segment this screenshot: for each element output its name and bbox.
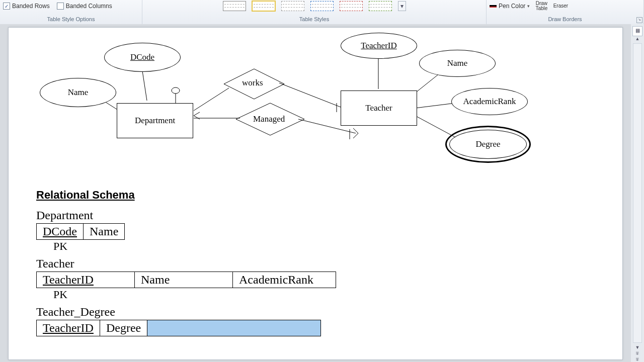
svg-line-15 [415,73,440,93]
group-label: Table Style Options [3,16,139,23]
scroll-up-button[interactable]: ▲ [635,36,640,41]
attr-name: Name [40,78,116,107]
col-academicrank[interactable]: AcademicRank [233,272,336,288]
svg-line-9 [353,128,358,133]
ribbon-group-styles: ▾ Table Styles [142,0,487,24]
page-up-button[interactable]: ∓ [635,351,639,356]
document-page: DCode Name TeacherID Name AcademicRank D… [8,27,623,360]
checkbox-label: Banded Columns [66,3,112,10]
col-name[interactable]: Name [135,272,233,288]
right-sidebar: ▦ ▲ ▼ ∓ ∓ [630,24,644,362]
table-teacher: TeacherID Name AcademicRank [36,272,336,288]
col-dcode[interactable]: DCode [37,224,84,240]
relational-schema: Relational Schema Department DCode Name … [36,189,336,337]
table-name-department: Department [36,209,336,222]
col-teacherid[interactable]: TeacherID [37,272,135,288]
pen-color-icon [490,5,497,8]
scroll-down-button[interactable]: ▼ [635,345,640,350]
checkbox-label: Banded Rows [12,3,50,10]
attr-dcode: DCode [104,43,181,72]
group-label: Draw Borders [490,16,640,23]
table-style-green[interactable] [369,1,392,11]
ribbon: ✓ Banded Rows Banded Columns Table Style… [0,0,644,25]
svg-line-10 [353,133,358,138]
svg-line-13 [194,116,200,119]
pen-color-dropdown[interactable]: Pen Color ▾ [490,3,530,10]
group-label: Table Styles [145,16,483,23]
table-style-blue[interactable] [310,1,334,11]
checkbox-icon [57,3,64,10]
svg-point-4 [172,87,180,94]
pk-label: PK [53,240,336,253]
col-degree[interactable]: Degree [100,320,147,336]
svg-line-12 [194,112,200,116]
dialog-launcher-icon[interactable]: ↘ [636,17,642,23]
checkbox-icon: ✓ [3,3,10,10]
entity-teacher: Teacher [341,90,417,126]
ribbon-group-borders: Pen Color ▾ Draw Table Eraser Draw Borde… [487,0,644,24]
col-selected-empty[interactable] [147,320,321,336]
svg-line-16 [415,103,455,108]
table-name-teacher-degree: Teacher_Degree [36,305,336,319]
gallery-more-button[interactable]: ▾ [398,1,406,11]
ruler-icon[interactable]: ▦ [632,26,642,36]
rel-managed-label: Managed [253,114,285,124]
col-teacherid[interactable]: TeacherID [37,320,100,336]
table-style-plain[interactable] [223,1,246,11]
table-style-red[interactable] [340,1,363,11]
col-name[interactable]: Name [84,224,125,240]
chevron-down-icon: ▾ [527,4,530,9]
workspace: DCode Name TeacherID Name AcademicRank D… [0,24,631,362]
pk-label: PK [53,288,336,301]
svg-line-1 [142,68,147,101]
table-department: DCode Name [36,223,125,240]
schema-heading: Relational Schema [36,189,336,202]
vertical-scrollbar[interactable] [633,43,642,343]
table-teacher-degree[interactable]: TeacherID Degree [36,320,321,336]
pen-color-label: Pen Color [499,3,525,10]
attr-name-2: Name [419,50,496,77]
eraser-button[interactable]: Eraser [553,4,568,9]
ribbon-group-options: ✓ Banded Rows Banded Columns Table Style… [0,0,142,24]
checkbox-banded-rows[interactable]: ✓ Banded Rows [3,3,50,10]
draw-table-button[interactable]: Draw Table [534,1,549,11]
attr-degree-multivalued: Degree [445,126,531,163]
entity-department: Department [117,103,193,138]
table-style-selected[interactable] [252,1,275,11]
table-name-teacher: Teacher [36,257,336,270]
checkbox-banded-columns[interactable]: Banded Columns [57,3,112,10]
attr-academicrank: AcademicRank [451,88,528,115]
table-style-dashed[interactable] [281,1,304,11]
svg-line-6 [279,83,341,107]
page-down-button[interactable]: ∓ [635,357,639,362]
svg-line-2 [194,88,229,111]
attr-teacherid: TeacherID [341,33,417,59]
rel-works-label: works [242,78,263,88]
